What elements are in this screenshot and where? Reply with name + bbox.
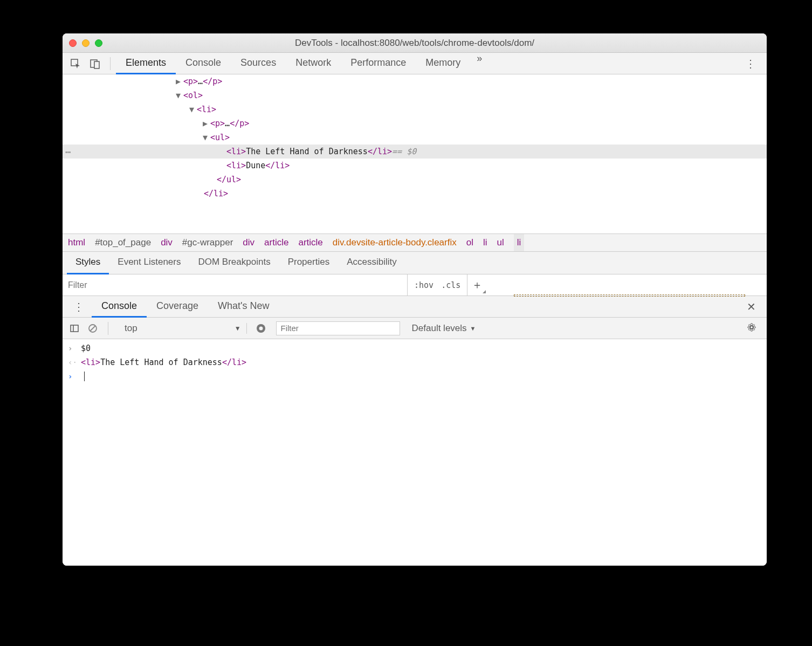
prompt-arrow-icon: › bbox=[68, 372, 74, 381]
titlebar: DevTools - localhost:8080/web/tools/chro… bbox=[63, 33, 767, 53]
close-drawer-icon[interactable]: ✕ bbox=[739, 300, 763, 313]
kebab-menu-icon[interactable]: ⋮ bbox=[738, 57, 763, 70]
styles-preview bbox=[487, 274, 767, 295]
context-selector[interactable]: top ▼ bbox=[119, 323, 247, 334]
console-body[interactable]: › $0 ‹· <li>The Left Hand of Darkness</l… bbox=[63, 339, 767, 566]
dom-node[interactable]: </ul> bbox=[63, 173, 767, 187]
tab-elements[interactable]: Elements bbox=[116, 53, 176, 74]
close-window-button[interactable] bbox=[69, 39, 77, 47]
tab-console[interactable]: Console bbox=[176, 53, 231, 74]
breadcrumb-item[interactable]: html bbox=[68, 237, 85, 248]
drawer-kebab-icon[interactable]: ⋮ bbox=[66, 300, 92, 313]
separator bbox=[108, 322, 108, 335]
log-levels-selector[interactable]: Default levels ▼ bbox=[412, 323, 476, 334]
minimize-window-button[interactable] bbox=[82, 39, 90, 47]
main-toolbar: Elements Console Sources Network Perform… bbox=[63, 53, 767, 74]
breadcrumb-item[interactable]: article bbox=[298, 237, 322, 248]
tab-memory[interactable]: Memory bbox=[416, 53, 470, 74]
breadcrumb-item[interactable]: div.devsite-article-body.clearfix bbox=[333, 237, 457, 248]
styles-tabs: Styles Event Listeners DOM Breakpoints P… bbox=[63, 252, 767, 274]
box-model-hint bbox=[514, 294, 745, 297]
tab-properties[interactable]: Properties bbox=[279, 252, 338, 274]
context-label: top bbox=[125, 323, 137, 334]
svg-rect-2 bbox=[94, 61, 99, 68]
drawer-tab-coverage[interactable]: Coverage bbox=[147, 296, 208, 318]
breadcrumb-item[interactable]: #top_of_page bbox=[95, 237, 151, 248]
more-tabs-icon[interactable]: » bbox=[470, 53, 488, 74]
styles-filter-row: :hov .cls ＋ bbox=[63, 274, 767, 296]
main-tabs: Elements Console Sources Network Perform… bbox=[116, 53, 738, 74]
console-expr: $0 bbox=[81, 343, 91, 353]
caret-down-icon: ▼ bbox=[470, 325, 476, 332]
tab-sources[interactable]: Sources bbox=[231, 53, 286, 74]
caret-down-icon: ▼ bbox=[235, 325, 241, 332]
tab-dom-breakpoints[interactable]: DOM Breakpoints bbox=[189, 252, 279, 274]
breadcrumb: html#top_of_pagediv#gc-wrapperdivarticle… bbox=[63, 233, 767, 252]
devtools-window: DevTools - localhost:8080/web/tools/chro… bbox=[63, 33, 767, 566]
dom-node[interactable]: <li>Dune</li> bbox=[63, 159, 767, 173]
dom-node[interactable]: ▼<li> bbox=[63, 102, 767, 116]
maximize-window-button[interactable] bbox=[95, 39, 102, 47]
svg-line-6 bbox=[90, 326, 95, 331]
styles-filter-input[interactable] bbox=[63, 274, 408, 295]
console-sidebar-toggle-icon[interactable] bbox=[66, 320, 83, 337]
window-title: DevTools - localhost:8080/web/tools/chro… bbox=[63, 38, 767, 49]
drawer-tab-console[interactable]: Console bbox=[92, 296, 147, 318]
dom-node[interactable]: ▼<ol> bbox=[63, 88, 767, 102]
console-settings-icon[interactable] bbox=[740, 322, 763, 335]
text-cursor bbox=[84, 372, 85, 381]
device-toolbar-icon[interactable] bbox=[86, 55, 104, 72]
levels-label: Default levels bbox=[412, 323, 467, 334]
svg-rect-3 bbox=[71, 325, 78, 332]
dom-node[interactable]: ▶<p>…</p> bbox=[63, 116, 767, 130]
breadcrumb-item[interactable]: ul bbox=[497, 237, 504, 248]
console-output-line: ‹· <li>The Left Hand of Darkness</li> bbox=[63, 355, 767, 369]
svg-point-8 bbox=[259, 326, 263, 330]
live-expression-icon[interactable] bbox=[252, 320, 270, 337]
dom-node[interactable]: ▼<ul> bbox=[63, 130, 767, 145]
console-prompt-line[interactable]: › bbox=[63, 369, 767, 383]
new-style-rule-button[interactable]: ＋ bbox=[467, 274, 487, 295]
breadcrumb-item[interactable]: li bbox=[483, 237, 487, 248]
cls-toggle[interactable]: .cls bbox=[441, 280, 460, 290]
elements-panel[interactable]: ▶<p>…</p>▼<ol>▼<li>▶<p>…</p>▼<ul><li>The… bbox=[63, 74, 767, 233]
traffic-lights bbox=[69, 39, 102, 47]
console-input-line: › $0 bbox=[63, 341, 767, 355]
tab-styles[interactable]: Styles bbox=[67, 252, 109, 274]
tab-event-listeners[interactable]: Event Listeners bbox=[109, 252, 189, 274]
dom-node-selected[interactable]: <li>The Left Hand of Darkness</li> == $0 bbox=[63, 145, 767, 159]
hov-toggle[interactable]: :hov bbox=[414, 280, 433, 290]
expand-arrow-icon[interactable]: › bbox=[68, 344, 74, 353]
breadcrumb-item[interactable]: li bbox=[514, 234, 525, 251]
drawer-tabs: ⋮ Console Coverage What's New ✕ bbox=[63, 296, 767, 318]
tab-accessibility[interactable]: Accessibility bbox=[338, 252, 405, 274]
breadcrumb-item[interactable]: div bbox=[243, 237, 254, 248]
breadcrumb-item[interactable]: #gc-wrapper bbox=[182, 237, 233, 248]
breadcrumb-item[interactable]: div bbox=[161, 237, 173, 248]
dom-node[interactable]: </li> bbox=[63, 187, 767, 201]
console-output[interactable]: <li>The Left Hand of Darkness</li> bbox=[81, 358, 246, 367]
breadcrumb-item[interactable]: ol bbox=[466, 237, 473, 248]
separator bbox=[110, 57, 111, 70]
tab-performance[interactable]: Performance bbox=[341, 53, 416, 74]
breadcrumb-item[interactable]: article bbox=[264, 237, 288, 248]
tab-network[interactable]: Network bbox=[286, 53, 341, 74]
console-filter-input[interactable] bbox=[276, 321, 400, 335]
dom-node[interactable]: ▶<p>…</p> bbox=[63, 74, 767, 88]
output-arrow-icon: ‹· bbox=[68, 358, 74, 367]
clear-console-icon[interactable] bbox=[84, 320, 101, 337]
hov-cls-group: :hov .cls bbox=[408, 274, 467, 295]
inspect-element-icon[interactable] bbox=[67, 55, 84, 72]
drawer-tab-whats-new[interactable]: What's New bbox=[208, 296, 279, 318]
console-toolbar: top ▼ Default levels ▼ bbox=[63, 318, 767, 339]
